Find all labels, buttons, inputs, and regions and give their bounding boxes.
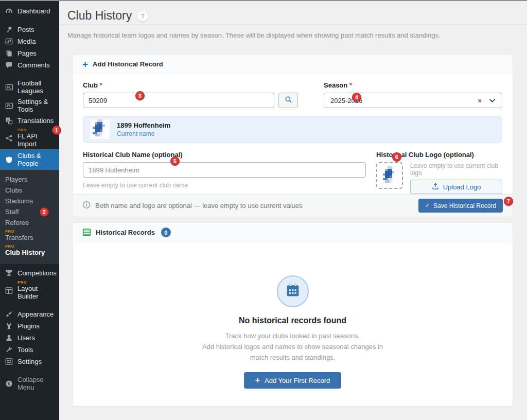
sidebar-item-settings-tools[interactable]: FL Settings & Tools <box>0 96 59 115</box>
comments-icon <box>5 61 13 69</box>
sidebar-item-posts[interactable]: Posts <box>0 24 59 36</box>
admin-sidebar: Dashboard Posts Media Pages Comments <box>0 0 59 420</box>
club-search-button[interactable] <box>278 93 298 108</box>
sidebar-item-users[interactable]: Users <box>0 332 59 344</box>
submenu-item-players[interactable]: Players <box>0 174 59 185</box>
pages-icon <box>5 49 13 58</box>
sidebar-item-appearance[interactable]: Appearance <box>0 308 59 320</box>
historical-records-card: Historical Records 0 No historical recor… <box>72 222 513 407</box>
sidebar-item-tools[interactable]: Tools <box>0 344 59 356</box>
sidebar-item-label: Competitions <box>17 269 57 277</box>
required-asterisk: * <box>349 81 352 89</box>
upload-icon <box>432 183 439 191</box>
page-header: Club History ? <box>59 0 527 25</box>
pro-tag: PRO <box>5 230 33 234</box>
sidebar-item-label: Tools <box>17 346 33 354</box>
card-header: + Add Historical Record <box>73 55 513 74</box>
sidebar-item-translations[interactable]: a Translations <box>0 115 59 127</box>
club-field-label: Club * <box>83 81 298 89</box>
submenu-item-transfers[interactable]: PRO Transfers <box>0 228 59 243</box>
sidebar-item-clubs-people[interactable]: Clubs & People <box>0 149 59 170</box>
sidebar-item-label: Translations <box>17 117 54 125</box>
historical-logo-hint: Leave empty to use current club logo <box>410 162 502 177</box>
submenu-item-stadiums[interactable]: Stadiums <box>0 196 59 206</box>
sidebar-item-label: Collapse Menu <box>17 376 56 391</box>
info-icon <box>82 201 91 211</box>
wrench-icon <box>5 345 13 354</box>
svg-text:FL: FL <box>7 104 11 108</box>
sidebar-item-dashboard[interactable]: Dashboard <box>0 5 59 17</box>
form-footer: Both name and logo are optional — leave … <box>73 194 513 217</box>
calendar-icon <box>286 283 300 300</box>
svg-text:FL: FL <box>7 85 11 89</box>
sidebar-item-fl-api-import[interactable]: PRO FL API Import <box>0 127 59 149</box>
sidebar-item-label: Users <box>17 334 35 342</box>
club-id-input[interactable] <box>83 93 274 108</box>
submenu-item-staff[interactable]: Staff <box>0 206 59 217</box>
sidebar-item-comments[interactable]: Comments <box>0 59 59 71</box>
dashboard-icon <box>5 7 13 15</box>
pro-tag: PRO <box>17 128 56 132</box>
submenu-item-club-history[interactable]: PRO Club History <box>0 243 59 258</box>
sidebar-item-label: Plugins <box>17 322 40 330</box>
empty-state-circle <box>277 275 309 307</box>
sidebar-item-pages[interactable]: Pages <box>0 47 59 59</box>
plus-icon: + <box>255 376 260 385</box>
sidebar-item-label: Dashboard <box>17 7 50 15</box>
sidebar-item-plugins[interactable]: Plugins <box>0 320 59 332</box>
season-field-label: Season * <box>324 81 502 89</box>
historical-logo-preview <box>380 166 399 185</box>
sidebar-item-football-leagues[interactable]: FL Football Leagues <box>0 78 59 96</box>
layout-icon <box>5 286 13 295</box>
sidebar-item-competitions[interactable]: Competitions <box>0 267 59 279</box>
clear-icon[interactable]: × <box>478 97 482 104</box>
help-icon[interactable]: ? <box>137 11 148 22</box>
selected-club-info-box: 1899 Hoffenheim Current name <box>83 116 502 143</box>
save-historical-record-button[interactable]: ✓ Save Historical Record <box>418 199 503 213</box>
brush-icon <box>5 310 13 319</box>
sidebar-item-label: Posts <box>17 26 34 33</box>
historical-name-label: Historical Club Name (optional) <box>83 151 366 159</box>
add-first-record-button[interactable]: + Add Your First Record <box>244 372 342 389</box>
annotation-badge-4: 4 <box>352 93 361 102</box>
settings-icon <box>5 357 13 366</box>
historical-name-input[interactable] <box>83 162 366 178</box>
logo-preview-dropzone[interactable] <box>376 162 403 189</box>
fl-badge-icon: FL <box>5 83 13 92</box>
annotation-badge-1: 1 <box>52 126 61 135</box>
submenu-item-clubs[interactable]: Clubs <box>0 185 59 196</box>
pro-tag: PRO <box>5 244 45 249</box>
optional-note: Both name and logo are optional — leave … <box>95 202 303 209</box>
annotation-badge-3: 3 <box>135 91 145 100</box>
plus-icon: + <box>82 60 88 68</box>
sidebar-item-label: Settings <box>17 358 42 365</box>
club-history-admin-screen: Dashboard Posts Media Pages Comments <box>0 0 527 420</box>
club-current-name-label: Current name <box>117 130 170 137</box>
page-title: Club History <box>67 9 132 23</box>
season-select[interactable]: 2025-2026 × <box>324 93 502 108</box>
sidebar-item-label: Football Leagues <box>17 79 56 95</box>
add-historical-record-card: + Add Historical Record Club * <box>72 54 513 216</box>
club-logo <box>90 119 110 139</box>
sidebar-item-label: Settings & Tools <box>17 98 56 113</box>
trophy-icon <box>5 269 13 277</box>
upload-logo-button[interactable]: Upload Logo <box>410 180 502 194</box>
submenu-item-referee[interactable]: Referee <box>0 217 59 228</box>
sidebar-item-collapse-menu[interactable]: Collapse Menu <box>0 374 59 393</box>
sidebar-item-label: Pages <box>17 49 37 57</box>
sidebar-item-label: Clubs & People <box>17 152 56 167</box>
sidebar-item-layout-builder[interactable]: PRO Layout Builder <box>0 279 59 302</box>
pro-tag: PRO <box>17 281 56 285</box>
records-count-badge: 0 <box>161 227 171 237</box>
records-table-icon <box>82 228 91 237</box>
search-icon <box>285 96 292 105</box>
sidebar-item-settings[interactable]: Settings <box>0 356 59 367</box>
page-description: Manage historical team logos and names b… <box>67 31 519 39</box>
shield-icon <box>5 155 13 164</box>
sidebar-item-media[interactable]: Media <box>0 36 59 47</box>
annotation-badge-2: 2 <box>40 207 49 217</box>
user-icon <box>5 334 13 342</box>
chevron-down-icon <box>489 97 496 104</box>
plugin-icon <box>5 322 13 330</box>
sidebar-item-label: Comments <box>17 61 50 69</box>
